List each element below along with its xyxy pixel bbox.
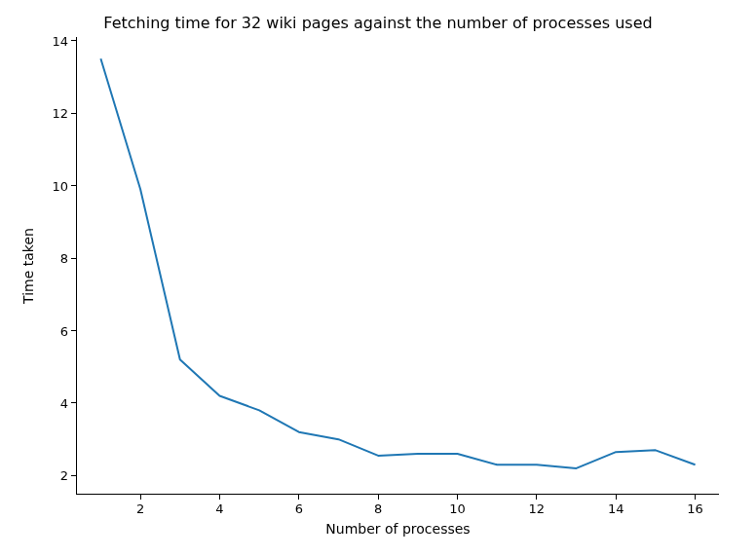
plot-area: Time taken Number of processes 246810121… bbox=[76, 37, 719, 495]
x-tick-label: 4 bbox=[215, 501, 223, 516]
x-tick bbox=[695, 494, 696, 500]
x-tick bbox=[378, 494, 379, 500]
x-tick-label: 6 bbox=[295, 501, 303, 516]
x-tick bbox=[140, 494, 141, 500]
chart-container: Fetching time for 32 wiki pages against … bbox=[0, 0, 756, 557]
x-tick bbox=[536, 494, 537, 500]
y-tick-label: 2 bbox=[60, 468, 68, 483]
x-tick bbox=[298, 494, 299, 500]
y-tick-label: 14 bbox=[52, 33, 68, 48]
x-tick bbox=[457, 494, 458, 500]
x-tick bbox=[616, 494, 617, 500]
y-tick bbox=[71, 475, 77, 476]
y-tick bbox=[71, 185, 77, 186]
x-tick-label: 10 bbox=[449, 501, 466, 516]
x-tick-label: 16 bbox=[687, 501, 703, 516]
x-tick-label: 14 bbox=[608, 501, 624, 516]
x-tick-label: 12 bbox=[529, 501, 546, 516]
y-tick-label: 12 bbox=[52, 106, 68, 121]
y-tick-label: 4 bbox=[60, 395, 68, 410]
y-tick bbox=[71, 402, 77, 403]
y-tick-label: 8 bbox=[60, 251, 68, 266]
y-axis-label: Time taken bbox=[20, 228, 36, 304]
x-axis-label: Number of processes bbox=[325, 521, 470, 537]
y-tick bbox=[71, 330, 77, 331]
y-tick bbox=[71, 258, 77, 259]
x-tick-label: 2 bbox=[136, 501, 144, 516]
x-tick bbox=[219, 494, 220, 500]
y-tick-label: 6 bbox=[60, 323, 68, 338]
x-tick-label: 8 bbox=[374, 501, 382, 516]
y-tick bbox=[71, 40, 77, 41]
chart-title: Fetching time for 32 wiki pages against … bbox=[0, 14, 756, 32]
y-tick-label: 10 bbox=[52, 178, 68, 193]
line-plot bbox=[77, 37, 719, 494]
series-line bbox=[100, 58, 695, 468]
y-tick bbox=[71, 113, 77, 114]
